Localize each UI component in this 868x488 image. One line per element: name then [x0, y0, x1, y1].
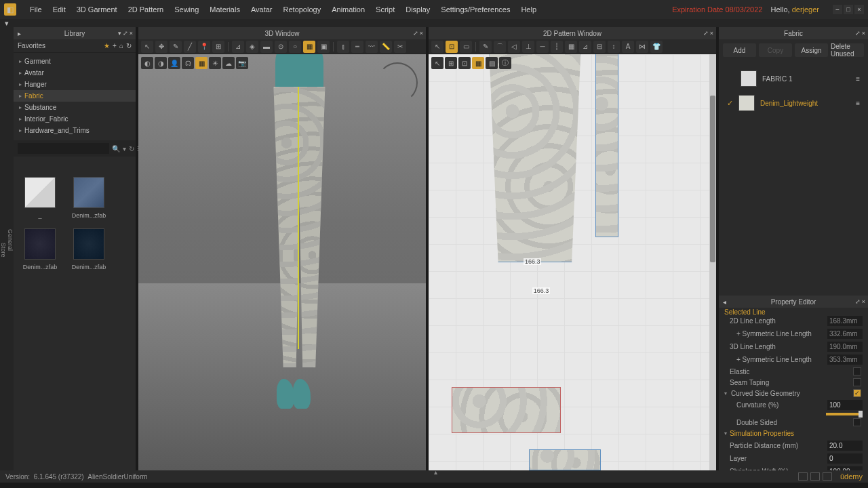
- menu-materials[interactable]: Materials: [204, 5, 245, 14]
- search-icon[interactable]: 🔍: [112, 145, 120, 152]
- tool2d-trace-icon[interactable]: ▦: [565, 41, 577, 53]
- panel-undock-icon[interactable]: ⤢: [855, 30, 861, 37]
- tree-item-substance[interactable]: ▸Substance: [14, 102, 136, 113]
- panel-undock-icon[interactable]: ⤢: [703, 30, 709, 37]
- pattern-piece[interactable]: [529, 449, 601, 470]
- curved-geo-checkbox[interactable]: ✓: [853, 389, 861, 397]
- section-sim-props[interactable]: ▾Simulation Properties: [724, 428, 863, 439]
- wind-mode-icon[interactable]: ☁: [222, 57, 235, 69]
- tool-pucker-icon[interactable]: 〰: [366, 41, 378, 53]
- elastic-checkbox[interactable]: [853, 367, 861, 375]
- menu-help[interactable]: Help: [515, 5, 542, 14]
- tool-graphic-icon[interactable]: ▣: [317, 41, 330, 53]
- tool2d-edit-icon[interactable]: ✎: [479, 41, 492, 53]
- fav-add-icon[interactable]: +: [113, 42, 117, 49]
- thumb-item[interactable]: Denim...zfab: [69, 177, 108, 219]
- tool2d-curve-icon[interactable]: ⌒: [494, 41, 506, 53]
- view2d-info-icon[interactable]: ⓘ: [499, 57, 511, 69]
- menu-edit[interactable]: Edit: [47, 5, 71, 14]
- fav-home-icon[interactable]: ⌂: [119, 42, 123, 49]
- tool2d-transform-icon[interactable]: ⊡: [446, 41, 458, 53]
- menu-animation[interactable]: Animation: [326, 5, 370, 14]
- tool2d-symmetry-icon[interactable]: ⋈: [636, 41, 648, 53]
- menu-3d-garment[interactable]: 3D Garment: [71, 5, 123, 14]
- tree-item-avatar[interactable]: ▸Avatar: [14, 67, 136, 79]
- view2d-texture-icon[interactable]: ▦: [472, 57, 484, 69]
- star-icon[interactable]: ★: [104, 42, 110, 49]
- tool-move-icon[interactable]: ✥: [155, 41, 167, 53]
- seam-taping-checkbox[interactable]: [853, 378, 861, 386]
- fabric-item[interactable]: ✓ Denim_Lightweight ≡: [724, 91, 863, 115]
- scrollbar-vertical[interactable]: [709, 54, 716, 470]
- tool-pen-icon[interactable]: ✎: [170, 41, 182, 53]
- close-button[interactable]: ×: [854, 5, 864, 14]
- avatar-mode-icon[interactable]: 👤: [168, 57, 180, 69]
- pattern-piece[interactable]: [452, 387, 561, 433]
- rail-general[interactable]: General: [7, 229, 14, 251]
- panel-menu-icon[interactable]: ▸: [18, 30, 21, 37]
- panel-pin-icon[interactable]: ▾: [118, 30, 121, 37]
- tool2d-fold-icon[interactable]: ⊿: [579, 41, 591, 53]
- status-box-icon[interactable]: [798, 472, 808, 481]
- search-input[interactable]: [18, 143, 109, 154]
- ribbon-toggle-icon[interactable]: ▾: [0, 19, 14, 27]
- light-mode-icon[interactable]: ☀: [209, 57, 221, 69]
- panel-undock-icon[interactable]: ⤢: [855, 298, 861, 305]
- menu-display[interactable]: Display: [400, 5, 435, 14]
- view2d-baseline-icon[interactable]: ⊡: [458, 57, 471, 69]
- tree-item-fabric[interactable]: ▸Fabric: [14, 90, 136, 102]
- filter-icon[interactable]: ▾: [123, 145, 126, 152]
- pattern-piece[interactable]: [595, 54, 618, 237]
- panel-undock-icon[interactable]: ⤢: [413, 30, 418, 37]
- menu-retopology[interactable]: Retopology: [278, 5, 327, 14]
- view2d-strength-icon[interactable]: ▤: [486, 57, 498, 69]
- tool2d-notch-icon[interactable]: ⊥: [522, 41, 534, 53]
- tool2d-seam-icon[interactable]: ┆: [551, 41, 563, 53]
- tool2d-line-icon[interactable]: ─: [536, 41, 549, 53]
- status-box-icon[interactable]: [823, 472, 832, 481]
- panel-close-icon[interactable]: ×: [130, 30, 133, 37]
- bone-mode-icon[interactable]: ☊: [182, 57, 194, 69]
- panel-close-icon[interactable]: ×: [862, 30, 865, 37]
- tool-style-icon[interactable]: ◈: [246, 41, 258, 53]
- viewport-3d-canvas[interactable]: ◐ ◑ 👤 ☊ ▦ ☀ ☁ 📷: [138, 54, 426, 470]
- menu-avatar[interactable]: Avatar: [245, 5, 278, 14]
- tool-pin-icon[interactable]: 📍: [198, 41, 210, 53]
- section-selected-line[interactable]: Selected Line: [724, 309, 863, 314]
- thumb-item[interactable]: Denim...zfab: [20, 228, 60, 270]
- expand-statusbar-icon[interactable]: ▴: [434, 468, 437, 476]
- particle-distance-input[interactable]: [827, 441, 863, 451]
- panel-undock-icon[interactable]: ⤢: [123, 30, 128, 37]
- tool2d-align-icon[interactable]: ⊟: [593, 41, 606, 53]
- tool-measure-icon[interactable]: 📏: [380, 41, 392, 53]
- thumb-item[interactable]: Denim...zfab: [69, 228, 108, 270]
- tool2d-garment-icon[interactable]: 👕: [650, 41, 663, 53]
- tool-topstitch-icon[interactable]: ┅: [351, 41, 363, 53]
- panel-close-icon[interactable]: ×: [420, 30, 423, 37]
- menu-file[interactable]: File: [24, 5, 47, 14]
- tree-item-garment[interactable]: ▸Garment: [14, 56, 136, 67]
- tool-line-icon[interactable]: ╱: [184, 41, 196, 53]
- tool-button-icon[interactable]: ○: [289, 41, 301, 53]
- menu-script[interactable]: Script: [370, 5, 400, 14]
- view-gizmo-icon[interactable]: [377, 62, 418, 103]
- delete-unused-button[interactable]: Delete Unused: [831, 43, 864, 57]
- layer-input[interactable]: [827, 453, 863, 464]
- copy-button[interactable]: Copy: [759, 43, 792, 57]
- tree-item-hanger[interactable]: ▸Hanger: [14, 79, 136, 90]
- tree-item-interior[interactable]: ▸Interior_Fabric: [14, 113, 136, 125]
- tool-tack-icon[interactable]: ✂: [394, 41, 406, 53]
- panel-close-icon[interactable]: ×: [862, 298, 865, 305]
- shrinkage-weft-input[interactable]: [827, 466, 863, 470]
- fabric-item[interactable]: FABRIC 1 ≡: [724, 66, 863, 91]
- assign-button[interactable]: Assign: [795, 43, 828, 57]
- curvature-input[interactable]: [827, 400, 863, 410]
- menu-sewing[interactable]: Sewing: [169, 5, 204, 14]
- pattern-piece[interactable]: [489, 54, 581, 262]
- fabric-menu-icon[interactable]: ≡: [856, 100, 860, 107]
- render-mode-icon[interactable]: ◐: [141, 57, 153, 69]
- add-button[interactable]: Add: [723, 43, 756, 57]
- shade-mode-icon[interactable]: ◑: [155, 57, 167, 69]
- view2d-grid-icon[interactable]: ⊞: [445, 57, 457, 69]
- menu-settings[interactable]: Settings/Preferences: [435, 5, 515, 14]
